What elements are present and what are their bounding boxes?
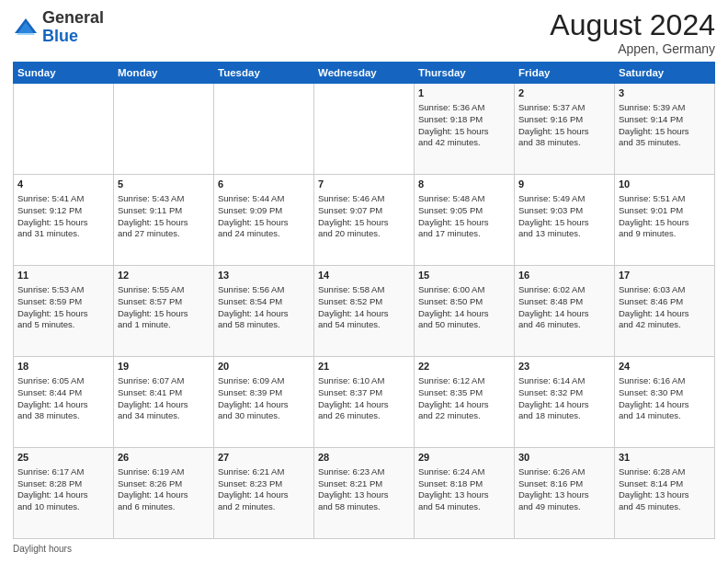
- calendar-cell: 27Sunrise: 6:21 AMSunset: 8:23 PMDayligh…: [214, 448, 314, 539]
- day-info: Sunset: 8:57 PM: [118, 296, 210, 308]
- calendar-cell: 28Sunrise: 6:23 AMSunset: 8:21 PMDayligh…: [314, 448, 415, 539]
- day-info: and 38 minutes.: [17, 410, 109, 422]
- day-info: Daylight: 15 hours: [318, 217, 410, 229]
- calendar-header-thursday: Thursday: [415, 63, 515, 84]
- day-number: 30: [518, 451, 610, 465]
- day-info: Daylight: 14 hours: [118, 489, 210, 501]
- calendar-week-4: 18Sunrise: 6:05 AMSunset: 8:44 PMDayligh…: [14, 357, 715, 448]
- day-number: 25: [17, 451, 109, 465]
- title-block: August 2024 Appen, Germany: [550, 9, 715, 56]
- day-info: Sunrise: 6:03 AM: [619, 284, 711, 296]
- day-number: 29: [418, 451, 510, 465]
- day-number: 12: [118, 269, 210, 282]
- day-info: and 49 minutes.: [518, 501, 610, 513]
- day-info: and 14 minutes.: [619, 410, 711, 422]
- day-info: Sunrise: 6:07 AM: [118, 375, 210, 387]
- day-number: 9: [518, 178, 610, 191]
- day-info: Sunset: 9:01 PM: [619, 205, 711, 217]
- month-year: August 2024: [550, 9, 715, 41]
- day-number: 21: [318, 360, 410, 373]
- day-info: Daylight: 14 hours: [118, 399, 210, 411]
- day-info: Daylight: 13 hours: [418, 489, 510, 501]
- day-info: and 46 minutes.: [518, 319, 610, 331]
- day-info: and 30 minutes.: [218, 410, 310, 422]
- day-info: Daylight: 14 hours: [17, 489, 109, 501]
- day-info: Sunset: 8:16 PM: [518, 478, 610, 490]
- day-info: and 1 minute.: [118, 319, 210, 331]
- day-number: 22: [418, 360, 510, 373]
- day-number: 17: [619, 269, 711, 282]
- calendar-header-sunday: Sunday: [14, 63, 114, 84]
- day-info: Daylight: 14 hours: [619, 399, 711, 411]
- day-info: Sunrise: 6:21 AM: [218, 466, 310, 478]
- day-info: and 26 minutes.: [318, 410, 410, 422]
- calendar-cell: 12Sunrise: 5:55 AMSunset: 8:57 PMDayligh…: [114, 266, 214, 357]
- day-info: Sunset: 8:30 PM: [619, 387, 711, 399]
- day-info: Daylight: 15 hours: [218, 217, 310, 229]
- day-info: Daylight: 14 hours: [318, 399, 410, 411]
- day-number: 26: [118, 451, 210, 465]
- calendar-cell: 2Sunrise: 5:37 AMSunset: 9:16 PMDaylight…: [515, 84, 615, 175]
- calendar-cell: 9Sunrise: 5:49 AMSunset: 9:03 PMDaylight…: [515, 175, 615, 266]
- day-info: Sunset: 8:41 PM: [118, 387, 210, 399]
- day-info: Sunrise: 6:28 AM: [619, 466, 711, 478]
- day-info: Daylight: 15 hours: [418, 217, 510, 229]
- calendar-cell: [214, 84, 314, 175]
- day-info: and 54 minutes.: [418, 501, 510, 513]
- calendar-cell: 8Sunrise: 5:48 AMSunset: 9:05 PMDaylight…: [415, 175, 515, 266]
- day-number: 8: [418, 178, 510, 191]
- day-info: Sunrise: 6:24 AM: [418, 466, 510, 478]
- day-info: Sunset: 9:16 PM: [518, 114, 610, 126]
- day-info: Sunset: 8:39 PM: [218, 387, 310, 399]
- day-number: 13: [218, 269, 310, 282]
- day-info: Sunset: 9:14 PM: [619, 114, 711, 126]
- day-info: Daylight: 15 hours: [518, 126, 610, 138]
- calendar-cell: 11Sunrise: 5:53 AMSunset: 8:59 PMDayligh…: [14, 266, 114, 357]
- calendar-cell: 31Sunrise: 6:28 AMSunset: 8:14 PMDayligh…: [615, 448, 715, 539]
- day-info: Sunrise: 5:43 AM: [118, 193, 210, 205]
- day-info: Sunset: 8:52 PM: [318, 296, 410, 308]
- day-info: Sunrise: 6:12 AM: [418, 375, 510, 387]
- day-info: and 42 minutes.: [418, 137, 510, 149]
- calendar-header-saturday: Saturday: [615, 63, 715, 84]
- day-info: Sunrise: 5:49 AM: [518, 193, 610, 205]
- day-info: Sunrise: 5:46 AM: [318, 193, 410, 205]
- day-info: Sunrise: 5:36 AM: [418, 102, 510, 114]
- day-info: Sunset: 9:11 PM: [118, 205, 210, 217]
- day-info: Daylight: 14 hours: [218, 308, 310, 320]
- day-number: 24: [619, 360, 711, 373]
- day-number: 15: [418, 269, 510, 282]
- calendar-header-friday: Friday: [515, 63, 615, 84]
- day-info: Sunset: 8:18 PM: [418, 478, 510, 490]
- day-info: and 58 minutes.: [218, 319, 310, 331]
- calendar-cell: [14, 84, 114, 175]
- day-info: Sunrise: 5:37 AM: [518, 102, 610, 114]
- day-info: Sunrise: 6:17 AM: [17, 466, 109, 478]
- day-info: Daylight: 15 hours: [17, 217, 109, 229]
- day-info: Sunset: 8:26 PM: [118, 478, 210, 490]
- calendar-cell: 30Sunrise: 6:26 AMSunset: 8:16 PMDayligh…: [515, 448, 615, 539]
- calendar-cell: 3Sunrise: 5:39 AMSunset: 9:14 PMDaylight…: [615, 84, 715, 175]
- day-info: Sunrise: 5:56 AM: [218, 284, 310, 296]
- day-number: 14: [318, 269, 410, 282]
- day-info: Sunrise: 6:05 AM: [17, 375, 109, 387]
- calendar-cell: 16Sunrise: 6:02 AMSunset: 8:48 PMDayligh…: [515, 266, 615, 357]
- day-info: Sunset: 8:50 PM: [418, 296, 510, 308]
- day-info: Daylight: 14 hours: [418, 308, 510, 320]
- day-info: Sunset: 9:07 PM: [318, 205, 410, 217]
- day-info: Daylight: 14 hours: [218, 489, 310, 501]
- day-info: Sunset: 8:32 PM: [518, 387, 610, 399]
- day-info: Daylight: 15 hours: [418, 126, 510, 138]
- calendar-cell: [114, 84, 214, 175]
- day-info: Sunrise: 5:53 AM: [17, 284, 109, 296]
- day-info: and 5 minutes.: [17, 319, 109, 331]
- day-number: 3: [619, 86, 711, 100]
- day-info: Daylight: 13 hours: [619, 489, 711, 501]
- calendar-header-tuesday: Tuesday: [214, 63, 314, 84]
- calendar-week-2: 4Sunrise: 5:41 AMSunset: 9:12 PMDaylight…: [14, 175, 715, 266]
- calendar-header-row: SundayMondayTuesdayWednesdayThursdayFrid…: [14, 63, 715, 84]
- day-info: Sunset: 8:37 PM: [318, 387, 410, 399]
- day-info: Daylight: 15 hours: [118, 308, 210, 320]
- day-info: Sunset: 8:59 PM: [17, 296, 109, 308]
- day-info: and 58 minutes.: [318, 501, 410, 513]
